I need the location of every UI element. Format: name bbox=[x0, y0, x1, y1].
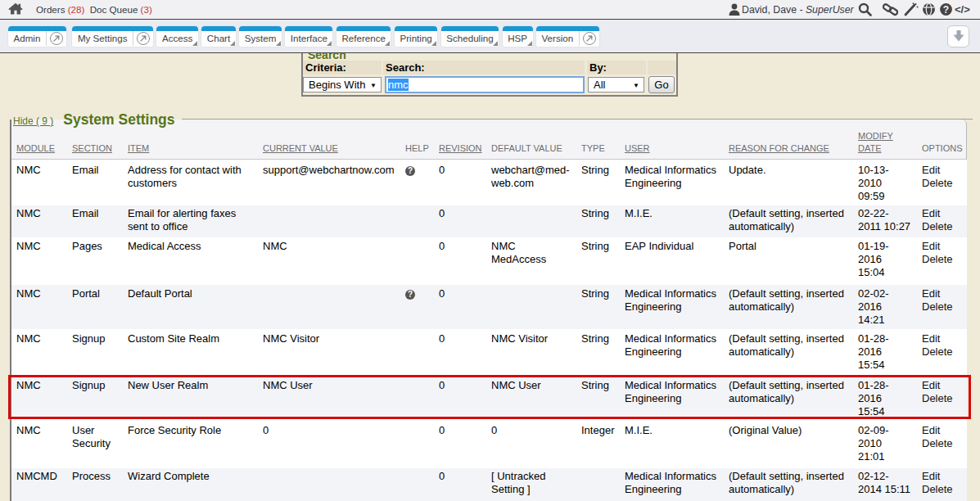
svg-text:?: ? bbox=[943, 4, 949, 16]
